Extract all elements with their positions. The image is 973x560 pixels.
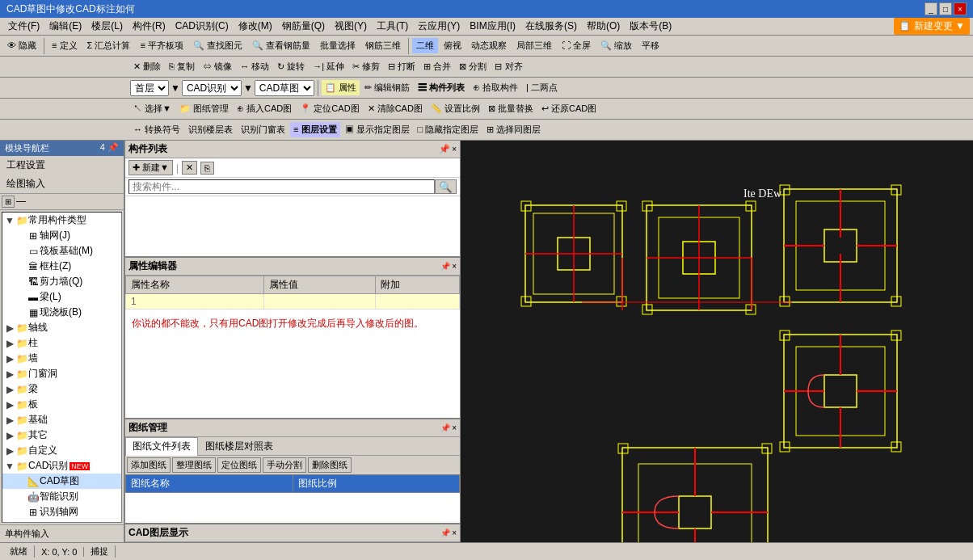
new-comp-button[interactable]: ✚ 新建▼ bbox=[128, 160, 173, 175]
calc-button[interactable]: Σ 汇总计算 bbox=[83, 38, 135, 53]
tree-item-cad-grass[interactable]: 📐 CAD草图 bbox=[2, 474, 121, 489]
comp-list-close-icon[interactable]: × bbox=[452, 145, 457, 154]
cad-grass-select[interactable]: CAD草图 bbox=[255, 80, 314, 96]
edit-rebar-button[interactable]: ✏ 编辑钢筋 bbox=[361, 80, 413, 95]
batch-replace-button[interactable]: ⊠ 批量替换 bbox=[485, 101, 537, 116]
select-same-layer-button[interactable]: ⊞ 选择同图层 bbox=[483, 122, 544, 137]
partial-3d-button[interactable]: 局部三维 bbox=[512, 38, 556, 53]
tree-item-identify-axis[interactable]: ⊞ 识别轴网 bbox=[2, 504, 121, 520]
tree-item-raft[interactable]: ▭ 筏板基础(M) bbox=[2, 243, 121, 259]
delete-drawing-button[interactable]: 删除图纸 bbox=[308, 457, 352, 473]
flatboard-button[interactable]: ≡ 平齐板项 bbox=[136, 38, 187, 53]
tree-item-identify-column-detail[interactable]: 🏛 识别柱大样 bbox=[2, 520, 121, 523]
tree-item-beamcat[interactable]: ▶ 📁 梁 bbox=[2, 381, 121, 397]
break-button[interactable]: ⊟ 打断 bbox=[385, 59, 419, 74]
hide-button[interactable]: 👁 隐藏 bbox=[3, 38, 40, 53]
define-button[interactable]: ≡ 定义 bbox=[48, 38, 81, 53]
copy-comp-button[interactable]: ⎘ bbox=[200, 162, 214, 175]
comp-list-button[interactable]: ☰ 构件列表 bbox=[415, 80, 468, 95]
menu-online[interactable]: 在线服务(S) bbox=[520, 18, 582, 35]
single-comp-input[interactable]: 单构件输入 bbox=[0, 524, 124, 542]
minimize-button[interactable]: _ bbox=[925, 2, 937, 15]
show-layer-button[interactable]: ▣ 显示指定图层 bbox=[342, 122, 413, 137]
tree-item-column[interactable]: 🏛 框柱(Z) bbox=[2, 259, 121, 274]
pick-comp-button[interactable]: ⊕ 拾取构件 bbox=[470, 80, 521, 95]
tree-item-door[interactable]: ▶ 📁 门窗洞 bbox=[2, 366, 121, 381]
2d-button[interactable]: 二维 bbox=[412, 38, 438, 53]
menu-component[interactable]: 构件(R) bbox=[128, 18, 171, 35]
locate-cad-button[interactable]: 📍 定位CAD图 bbox=[297, 101, 362, 116]
tree-item-col[interactable]: ▶ 📁 柱 bbox=[2, 335, 121, 351]
select-button[interactable]: ↖ 选择▼ bbox=[130, 101, 175, 116]
layer-pin-icon[interactable]: 📌 bbox=[440, 528, 450, 537]
mirror-button[interactable]: ⇔ 镜像 bbox=[200, 59, 235, 74]
tree-item-foundation[interactable]: ▶ 📁 基础 bbox=[2, 412, 121, 427]
top-view-button[interactable]: 俯视 bbox=[440, 38, 465, 53]
float-pin-icon[interactable]: 📌 bbox=[439, 144, 450, 154]
pan-button[interactable]: 平移 bbox=[638, 38, 663, 53]
restore-cad-button[interactable]: ↩ 还原CAD图 bbox=[538, 101, 600, 116]
tree-item-slab[interactable]: ▦ 现浇板(B) bbox=[2, 305, 121, 320]
menu-file[interactable]: 文件(F) bbox=[3, 18, 44, 35]
batch-select-button[interactable]: 批量选择 bbox=[316, 38, 360, 53]
comp-search-input[interactable] bbox=[128, 179, 435, 194]
maximize-button[interactable]: □ bbox=[939, 2, 952, 15]
menu-help[interactable]: 帮助(O) bbox=[582, 18, 625, 35]
copy-button[interactable]: ⎘ 复制 bbox=[166, 59, 198, 74]
clear-cad-button[interactable]: ✕ 清除CAD图 bbox=[364, 101, 426, 116]
layer-close-icon[interactable]: × bbox=[452, 528, 457, 537]
hide-layer-button[interactable]: □ 隐藏指定图层 bbox=[415, 122, 482, 137]
menu-modify[interactable]: 修改(M) bbox=[234, 18, 277, 35]
dynamic-observe-button[interactable]: 动态观察 bbox=[467, 38, 511, 53]
props-pin-icon[interactable]: 📌 bbox=[440, 262, 450, 271]
tree-item-other[interactable]: ▶ 📁 其它 bbox=[2, 427, 121, 443]
tree-item-custom[interactable]: ▶ 📁 自定义 bbox=[2, 443, 121, 458]
identify-window-table-button[interactable]: 识别门窗表 bbox=[238, 122, 289, 137]
layer-settings-button[interactable]: ≡ 图层设置 bbox=[290, 122, 339, 137]
tree-item-smart-identify[interactable]: 🤖 智能识别 bbox=[2, 489, 121, 504]
property-button[interactable]: 📋 属性 bbox=[322, 80, 360, 95]
insert-cad-button[interactable]: ⊕ 插入CAD图 bbox=[234, 101, 295, 116]
tree-item-axis[interactable]: ⊞ 轴网(J) bbox=[2, 228, 121, 243]
menu-edit[interactable]: 编辑(E) bbox=[44, 18, 86, 35]
drawing-mgmt-button[interactable]: 📁 图纸管理 bbox=[176, 101, 232, 116]
fullscreen-button[interactable]: ⛶ 全屏 bbox=[558, 38, 595, 53]
nav-item-drawing[interactable]: 绘图输入 bbox=[0, 175, 124, 193]
tree-item-cad-identify[interactable]: ▼ 📁 CAD识别 NEW bbox=[2, 458, 121, 474]
two-point-button[interactable]: | 二两点 bbox=[523, 80, 561, 95]
menu-cad[interactable]: CAD识别(C) bbox=[171, 18, 234, 35]
menu-floor[interactable]: 楼层(L) bbox=[86, 18, 128, 35]
nav-item-project[interactable]: 工程设置 bbox=[0, 156, 124, 175]
merge-button[interactable]: ⊞ 合并 bbox=[420, 59, 454, 74]
identify-floor-table-button[interactable]: 识别楼层表 bbox=[185, 122, 236, 137]
split-drawing-button[interactable]: 手动分割 bbox=[263, 457, 306, 473]
tree-item-beam[interactable]: ▬ 梁(L) bbox=[2, 289, 121, 305]
menu-bim[interactable]: BIM应用(I) bbox=[465, 18, 520, 35]
props-close-icon[interactable]: × bbox=[452, 262, 457, 271]
tab-floor-compare[interactable]: 图纸楼层对照表 bbox=[198, 437, 280, 455]
tree-item-slabcat[interactable]: ▶ 📁 板 bbox=[2, 397, 121, 412]
menu-version[interactable]: 版本号(B) bbox=[625, 18, 676, 35]
menu-tools[interactable]: 工具(T) bbox=[372, 18, 413, 35]
cad-canvas[interactable]: Y X Ite DEw bbox=[461, 141, 973, 542]
expand-common[interactable]: ▼ bbox=[4, 215, 15, 226]
split-button[interactable]: ⊠ 分割 bbox=[456, 59, 490, 74]
convert-symbol-button[interactable]: ↔ 转换符号 bbox=[130, 122, 183, 137]
floor-select[interactable]: 首层 bbox=[130, 80, 169, 96]
move-button[interactable]: ↔ 移动 bbox=[237, 59, 272, 74]
menu-cloud[interactable]: 云应用(Y) bbox=[413, 18, 465, 35]
set-scale-button[interactable]: 📏 设置比例 bbox=[428, 101, 483, 116]
locate-drawing-button[interactable]: 定位图纸 bbox=[217, 457, 261, 473]
menu-view[interactable]: 视图(Y) bbox=[330, 18, 372, 35]
trim-button[interactable]: ✂ 修剪 bbox=[349, 59, 383, 74]
drawing-close-icon[interactable]: × bbox=[452, 423, 457, 432]
zoom-button[interactable]: 🔍 缩放 bbox=[596, 38, 636, 53]
menu-rebar[interactable]: 钢筋量(Q) bbox=[277, 18, 330, 35]
find-element-button[interactable]: 🔍 查找图元 bbox=[189, 38, 246, 53]
new-change-button[interactable]: 📋 新建变更 ▼ bbox=[894, 18, 970, 35]
drawing-pin-icon[interactable]: 📌 bbox=[440, 423, 450, 432]
extend-button[interactable]: →| 延伸 bbox=[310, 59, 348, 74]
organize-drawing-button[interactable]: 整理图纸 bbox=[172, 457, 216, 473]
rebar-3d-button[interactable]: 钢筋三维 bbox=[361, 38, 405, 53]
delete-button[interactable]: ✕ 删除 bbox=[130, 59, 164, 74]
